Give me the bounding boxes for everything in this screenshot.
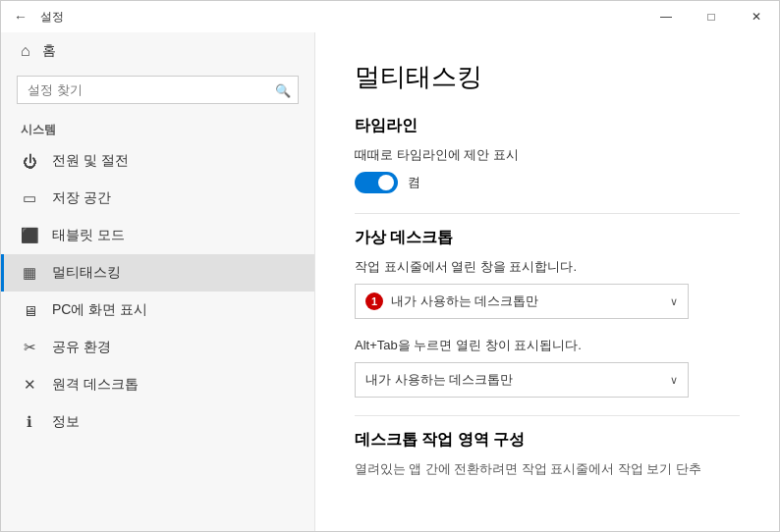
home-nav-item[interactable]: ⌂ 홈 <box>1 32 314 70</box>
nav-item-multitasking[interactable]: ▦ 멀티태스킹 <box>1 254 314 292</box>
alttab-dropdown[interactable]: 내가 사용하는 데스크톱만 ∨ <box>355 362 689 398</box>
minimize-button[interactable]: — <box>643 1 689 32</box>
multitasking-icon: ▦ <box>21 264 38 282</box>
toggle-track <box>355 172 398 193</box>
tablet-icon: ⬛ <box>21 227 38 244</box>
nav-label-multitasking: 멀티태스킹 <box>52 264 121 282</box>
divider-1 <box>355 213 740 214</box>
search-input[interactable] <box>17 76 299 104</box>
close-button[interactable]: ✕ <box>734 1 779 32</box>
nav-item-storage[interactable]: ▭ 저장 공간 <box>1 180 314 217</box>
home-label: 홈 <box>42 42 56 60</box>
section-label: 시스템 <box>1 114 314 142</box>
sidebar: ⌂ 홈 🔍 시스템 ⏻ 전원 및 절전 ▭ 저장 공간 ⬛ 태블릿 모드 <box>1 32 315 531</box>
window-title: 설정 <box>40 9 64 26</box>
nav-label-display: PC에 화면 표시 <box>52 301 147 319</box>
nav-item-remote[interactable]: ✕ 원격 데스크톱 <box>1 366 314 403</box>
display-icon: 🖥 <box>21 302 38 319</box>
nav-item-share[interactable]: ✂ 공유 환경 <box>1 329 314 366</box>
back-button[interactable]: ← <box>9 5 32 28</box>
search-icon: 🔍 <box>275 82 291 97</box>
title-bar: ← 설정 — □ ✕ <box>1 1 779 32</box>
nav-item-info[interactable]: ℹ 정보 <box>1 403 314 441</box>
alttab-dropdown-chevron: ∨ <box>670 374 678 387</box>
toggle-thumb <box>378 175 394 190</box>
remote-icon: ✕ <box>21 376 38 394</box>
info-icon: ℹ <box>21 413 38 431</box>
nav-label-remote: 원격 데스크톱 <box>52 376 139 394</box>
alttab-setting-label: Alt+Tab을 누르면 열린 창이 표시됩니다. <box>355 337 740 354</box>
toggle-on-label: 켬 <box>408 174 420 191</box>
virtual-desktop-section-title: 가상 데스크톱 <box>355 228 740 248</box>
divider-2 <box>355 415 740 416</box>
nav-label-share: 공유 환경 <box>52 339 111 356</box>
window: ← 설정 — □ ✕ ⌂ 홈 🔍 시스템 ⏻ 전 <box>0 0 780 532</box>
timeline-setting-label: 때때로 타임라인에 제안 표시 <box>355 146 740 164</box>
taskbar-dropdown-text: 내가 사용하는 데스크톱만 <box>391 293 670 310</box>
timeline-section-title: 타임라인 <box>355 116 740 136</box>
nav-label-power: 전원 및 절전 <box>52 152 129 170</box>
nav-item-tablet[interactable]: ⬛ 태블릿 모드 <box>1 217 314 254</box>
nav-item-power[interactable]: ⏻ 전원 및 절전 <box>1 142 314 180</box>
alttab-dropdown-text: 내가 사용하는 데스크톱만 <box>365 371 670 389</box>
desktop-task-desc: 열려있는 앱 간에 전환하려면 작업 표시줄에서 작업 보기 단추 <box>355 460 740 479</box>
window-controls: — □ ✕ <box>643 1 779 32</box>
nav-label-tablet: 태블릿 모드 <box>52 227 125 244</box>
nav-label-info: 정보 <box>52 413 80 431</box>
taskbar-dropdown-chevron: ∨ <box>670 295 678 308</box>
main-content: 멀티태스킹 타임라인 때때로 타임라인에 제안 표시 켬 가상 데스크톱 작업 … <box>315 32 779 531</box>
nav-item-display[interactable]: 🖥 PC에 화면 표시 <box>1 292 314 329</box>
taskbar-setting-label: 작업 표시줄에서 열린 창을 표시합니다. <box>355 258 740 276</box>
share-icon: ✂ <box>21 339 38 356</box>
timeline-toggle[interactable] <box>355 172 398 193</box>
home-icon: ⌂ <box>21 42 30 60</box>
search-box: 🔍 <box>17 76 299 104</box>
nav-label-storage: 저장 공간 <box>52 189 111 207</box>
desktop-task-section-title: 데스크톱 작업 영역 구성 <box>355 430 740 451</box>
title-bar-left: ← 설정 <box>9 5 64 28</box>
taskbar-dropdown[interactable]: 1 내가 사용하는 데스크톱만 ∨ <box>355 284 689 319</box>
timeline-toggle-row: 켬 <box>355 172 740 193</box>
taskbar-dropdown-badge: 1 <box>365 293 383 310</box>
page-title: 멀티태스킹 <box>355 60 740 94</box>
maximize-button[interactable]: □ <box>689 1 734 32</box>
power-icon: ⏻ <box>21 153 38 170</box>
storage-icon: ▭ <box>21 189 38 207</box>
content-area: ⌂ 홈 🔍 시스템 ⏻ 전원 및 절전 ▭ 저장 공간 ⬛ 태블릿 모드 <box>1 32 779 531</box>
